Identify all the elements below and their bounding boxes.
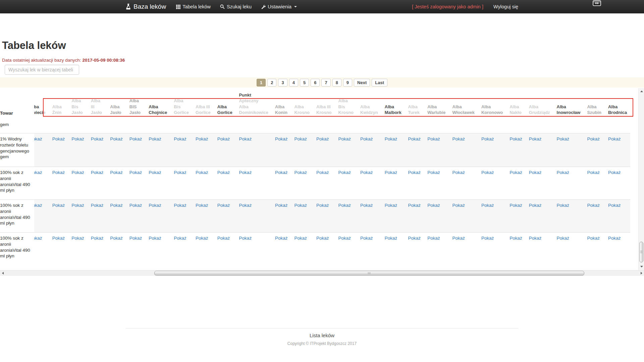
pokaz-link[interactable]: Pokaż: [34, 136, 42, 141]
pokaz-link[interactable]: Pokaż: [408, 136, 421, 141]
pokaz-link[interactable]: Pokaż: [452, 136, 465, 141]
pokaz-link[interactable]: Pokaż: [338, 203, 351, 208]
pokaz-link[interactable]: Pokaż: [129, 136, 142, 141]
horizontal-scrollbar[interactable]: [0, 270, 644, 276]
pokaz-link[interactable]: Pokaż: [196, 203, 208, 208]
pokaz-link[interactable]: Pokaż: [408, 170, 421, 175]
pokaz-link[interactable]: Pokaż: [91, 203, 104, 208]
pokaz-link[interactable]: Pokaż: [427, 203, 440, 208]
pokaz-link[interactable]: Pokaż: [316, 136, 329, 141]
pokaz-link[interactable]: Pokaż: [587, 236, 600, 241]
pokaz-link[interactable]: Pokaż: [196, 236, 208, 241]
pokaz-link[interactable]: Pokaż: [91, 170, 104, 175]
pokaz-link[interactable]: Pokaż: [608, 136, 621, 141]
pokaz-link[interactable]: Pokaż: [360, 170, 373, 175]
pokaz-link[interactable]: Pokaż: [481, 170, 494, 175]
pokaz-link[interactable]: Pokaż: [316, 170, 329, 175]
pokaz-link[interactable]: Pokaż: [71, 203, 84, 208]
pokaz-link[interactable]: Pokaż: [481, 203, 494, 208]
last-page-button[interactable]: Last: [372, 79, 387, 86]
pokaz-link[interactable]: Pokaż: [129, 236, 142, 241]
pokaz-link[interactable]: Pokaż: [557, 203, 570, 208]
pokaz-link[interactable]: Pokaż: [275, 136, 288, 141]
pokaz-link[interactable]: Pokaż: [338, 136, 351, 141]
page-button[interactable]: 5: [300, 79, 309, 86]
pokaz-link[interactable]: Pokaż: [217, 170, 230, 175]
pokaz-link[interactable]: Pokaż: [129, 203, 142, 208]
pokaz-link[interactable]: Pokaż: [110, 236, 123, 241]
pokaz-link[interactable]: Pokaż: [408, 236, 421, 241]
nav-item-szukaj-leku[interactable]: Szukaj leku: [220, 4, 252, 9]
pokaz-link[interactable]: Pokaż: [34, 203, 42, 208]
pokaz-link[interactable]: Pokaż: [71, 170, 84, 175]
pokaz-link[interactable]: Pokaż: [149, 236, 161, 241]
pokaz-link[interactable]: Pokaż: [34, 236, 42, 241]
pokaz-link[interactable]: Pokaż: [608, 203, 621, 208]
pokaz-link[interactable]: Pokaż: [34, 170, 42, 175]
pokaz-link[interactable]: Pokaż: [427, 170, 440, 175]
pokaz-link[interactable]: Pokaż: [196, 170, 208, 175]
pokaz-link[interactable]: Pokaż: [174, 136, 186, 141]
pokaz-link[interactable]: Pokaż: [52, 170, 65, 175]
pokaz-link[interactable]: Pokaż: [360, 236, 373, 241]
pokaz-link[interactable]: Pokaż: [110, 170, 123, 175]
page-button[interactable]: 3: [278, 79, 287, 86]
pokaz-link[interactable]: Pokaż: [294, 203, 307, 208]
page-button[interactable]: 1: [257, 79, 266, 86]
pokaz-link[interactable]: Pokaż: [608, 170, 621, 175]
pokaz-link[interactable]: Pokaż: [587, 170, 600, 175]
pokaz-link[interactable]: Pokaż: [557, 170, 570, 175]
vertical-scrollbar-thumb[interactable]: [639, 242, 643, 262]
pokaz-link[interactable]: Pokaż: [129, 170, 142, 175]
pokaz-link[interactable]: Pokaż: [360, 203, 373, 208]
pokaz-link[interactable]: Pokaż: [385, 170, 397, 175]
pokaz-link[interactable]: Pokaż: [239, 136, 252, 141]
pokaz-link[interactable]: Pokaż: [275, 236, 288, 241]
pokaz-link[interactable]: Pokaż: [52, 236, 65, 241]
pokaz-link[interactable]: Pokaż: [529, 236, 542, 241]
pokaz-link[interactable]: Pokaż: [275, 170, 288, 175]
pokaz-link[interactable]: Pokaż: [275, 203, 288, 208]
pokaz-link[interactable]: Pokaż: [385, 203, 397, 208]
scroll-up-button[interactable]: [639, 89, 644, 94]
pokaz-link[interactable]: Pokaż: [91, 136, 104, 141]
pokaz-link[interactable]: Pokaż: [174, 170, 186, 175]
pokaz-link[interactable]: Pokaż: [587, 136, 600, 141]
pokaz-link[interactable]: Pokaż: [91, 236, 104, 241]
nav-item-tabela-lekow[interactable]: Tabela leków: [176, 4, 211, 9]
scroll-left-button[interactable]: [0, 270, 5, 276]
page-button[interactable]: 6: [311, 79, 320, 86]
pokaz-link[interactable]: Pokaż: [217, 203, 230, 208]
horizontal-scrollbar-thumb[interactable]: [154, 271, 584, 276]
pokaz-link[interactable]: Pokaż: [509, 236, 522, 241]
pokaz-link[interactable]: Pokaż: [608, 236, 621, 241]
pokaz-link[interactable]: Pokaż: [174, 236, 186, 241]
pokaz-link[interactable]: Pokaż: [217, 136, 230, 141]
pokaz-link[interactable]: Pokaż: [110, 136, 123, 141]
page-button[interactable]: 2: [267, 79, 276, 86]
pokaz-link[interactable]: Pokaż: [587, 203, 600, 208]
pokaz-link[interactable]: Pokaż: [149, 136, 161, 141]
logout-link[interactable]: Wyloguj się: [493, 4, 518, 9]
pokaz-link[interactable]: Pokaż: [196, 136, 208, 141]
page-button[interactable]: 8: [332, 79, 341, 86]
scroll-down-button[interactable]: [639, 264, 644, 269]
pokaz-link[interactable]: Pokaż: [338, 236, 351, 241]
page-button[interactable]: 4: [289, 79, 298, 86]
pokaz-link[interactable]: Pokaż: [174, 203, 186, 208]
pokaz-link[interactable]: Pokaż: [52, 136, 65, 141]
pokaz-link[interactable]: Pokaż: [239, 203, 252, 208]
pokaz-link[interactable]: Pokaż: [239, 170, 252, 175]
pokaz-link[interactable]: Pokaż: [529, 170, 542, 175]
pokaz-link[interactable]: Pokaż: [71, 236, 84, 241]
pokaz-link[interactable]: Pokaż: [529, 203, 542, 208]
pokaz-link[interactable]: Pokaż: [408, 203, 421, 208]
brand-link[interactable]: Baza leków: [126, 3, 166, 10]
page-button[interactable]: 7: [321, 79, 330, 86]
pokaz-link[interactable]: Pokaż: [316, 203, 329, 208]
pokaz-link[interactable]: Pokaż: [110, 203, 123, 208]
resize-width-button[interactable]: [593, 0, 601, 6]
pokaz-link[interactable]: Pokaż: [452, 170, 465, 175]
pokaz-link[interactable]: Pokaż: [452, 236, 465, 241]
pokaz-link[interactable]: Pokaż: [385, 136, 397, 141]
